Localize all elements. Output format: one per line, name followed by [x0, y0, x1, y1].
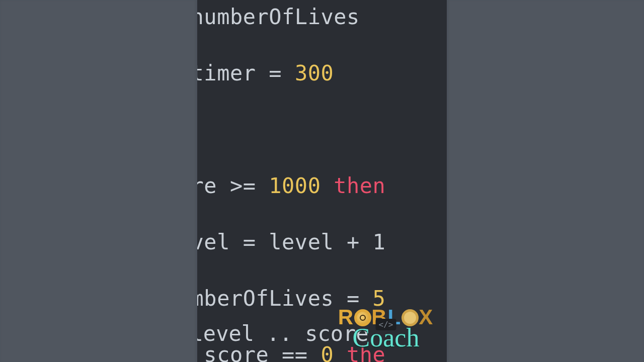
code-line: l timer = 300 [197, 59, 385, 87]
code-editor-viewport: l numberOfLives l timer = 300 core >= 10… [197, 0, 447, 362]
code-line: numberOfLives = 5 [197, 285, 385, 313]
code-line-footer: t(level .. score [197, 320, 369, 348]
pillarbox-right [448, 0, 644, 362]
code-line: level = level + 1 [197, 228, 385, 256]
pillarbox-left [0, 0, 196, 362]
code-block: l numberOfLives l timer = 300 core >= 10… [197, 0, 385, 362]
code-line: l numberOfLives [197, 3, 385, 31]
code-line: core >= 1000 then [197, 172, 385, 200]
